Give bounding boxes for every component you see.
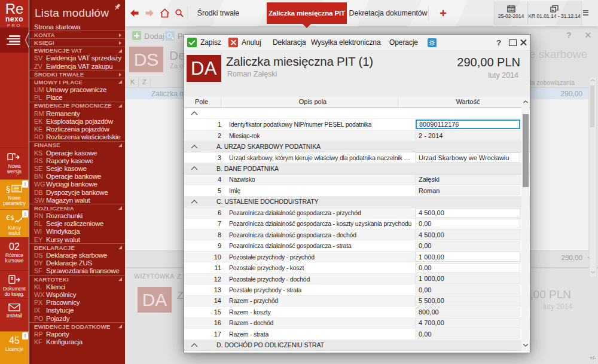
- sidebar-item-wg[interactable]: WGWyciągi bankowe: [29, 181, 125, 188]
- sidebar-item-se[interactable]: SESesje kasowe: [29, 164, 125, 172]
- field-value-cell[interactable]: 1 000,00: [416, 252, 520, 261]
- field-value-cell[interactable]: Urząd Skarbowy we Wrocławiu: [416, 152, 520, 162]
- sidebar-item-kf[interactable]: KFKonfiguracja: [29, 338, 125, 346]
- field-value-cell[interactable]: 0,00: [416, 285, 520, 295]
- sidebar-item-po[interactable]: POPojazdy: [29, 314, 125, 322]
- scrollbar-thumb[interactable]: [523, 114, 529, 187]
- field-value-cell[interactable]: 0,00: [416, 219, 520, 228]
- sidebar-section-ewidencje-pomocnicze[interactable]: EWIDENCJE POMOCNICZE: [29, 102, 125, 109]
- sidebar-section-deklaracje[interactable]: DEKLARACJE: [29, 243, 125, 251]
- sidebar-item-strona-startowa[interactable]: Strona startowa: [29, 23, 125, 30]
- dialog-help-button[interactable]: ?: [495, 35, 503, 50]
- column-wartosc[interactable]: Wartość: [416, 98, 520, 105]
- tab-zaliczka-miesieczna-pit[interactable]: Zaliczka miesięczna PIT: [267, 2, 347, 24]
- menu-operacje[interactable]: Operacje: [389, 35, 418, 50]
- sidebar-item-ds[interactable]: DSDeklaracje skarbowe: [29, 251, 125, 259]
- sidebar-section-ewidencje-vat[interactable]: EWIDENCJE VAT: [29, 47, 125, 54]
- sidebar-item-px[interactable]: PXPracownicy: [29, 299, 125, 307]
- add-button-label[interactable]: Dodaj: [144, 32, 164, 41]
- table-expander-row[interactable]: [184, 108, 530, 119]
- new-tab-button[interactable]: +: [437, 0, 449, 26]
- sidebar-item-kl[interactable]: KLKlienci: [29, 283, 125, 290]
- topbar-overflow-button[interactable]: [583, 10, 588, 16]
- field-value-cell[interactable]: 4 500,00: [416, 208, 520, 218]
- sidebar-item-rs[interactable]: RSRaporty kasowe: [29, 157, 125, 164]
- sidebar-item-ro[interactable]: RORozliczenia właścicielskie: [29, 133, 125, 141]
- view-help-button[interactable]: ?: [566, 30, 572, 40]
- sidebar-item-ek[interactable]: EKEksploatacja pojazdów: [29, 117, 125, 125]
- sidebar-section-konta[interactable]: KONTA: [29, 30, 125, 38]
- scroll-down-icon[interactable]: [523, 344, 528, 347]
- table-section-row[interactable]: D. DOCHÓD PO ODLICZENIU STRAT: [184, 340, 530, 351]
- field-value-cell[interactable]: 1 000,00: [416, 274, 520, 283]
- sidebar-item-rp[interactable]: RPRaporty: [29, 330, 125, 338]
- sidebar-item-rl[interactable]: RLSesje rozliczeniowe: [29, 220, 125, 228]
- preview-tab-wizytowka[interactable]: WIZYTÓWKA: [134, 273, 174, 280]
- sidebar-item-rm[interactable]: RMRemanenty: [29, 109, 125, 117]
- sidebar-item-wi[interactable]: WIWindykacja: [29, 228, 125, 235]
- view-scrollbar[interactable]: [589, 77, 597, 277]
- save-check-icon[interactable]: [187, 38, 197, 47]
- nav-forward-button[interactable]: [142, 0, 157, 26]
- field-value-cell[interactable]: Załęski: [416, 175, 520, 184]
- save-button[interactable]: Zapisz: [200, 35, 221, 50]
- dialog-close-button[interactable]: [518, 35, 528, 50]
- tab-srodki-trwale[interactable]: Środki trwałe: [184, 0, 253, 26]
- sidebar-item-ix[interactable]: IXInstytucje: [29, 307, 125, 314]
- cancel-button[interactable]: Anuluj: [242, 35, 261, 50]
- sidebar-section-ewidencje-dodatkowe[interactable]: EWIDENCJE DODATKOWE: [29, 322, 125, 330]
- scroll-up-icon[interactable]: [523, 100, 528, 103]
- sidebar-item-ks[interactable]: KSOperacje kasowe: [29, 149, 125, 157]
- settings-gear-icon[interactable]: [428, 38, 437, 47]
- field-value-cell[interactable]: Roman: [416, 186, 520, 195]
- table-section-row[interactable]: A. URZĄD SKARBOWY PODATNIKA: [184, 141, 530, 152]
- sidebar-section-środki-trwałe[interactable]: ŚRODKI TRWAŁE: [29, 70, 125, 78]
- sidebar-item-rn[interactable]: RNRozrachunki: [29, 212, 125, 220]
- sidebar-item-db[interactable]: DBDyspozycje bankowe: [29, 188, 125, 196]
- sidebar-item-sf[interactable]: SFSprawozdania finansowe: [29, 267, 125, 275]
- field-value-cell[interactable]: 4 700,00: [416, 318, 520, 328]
- filter-tab-z[interactable]: Z: [142, 78, 147, 85]
- menu-deklaracja[interactable]: Deklaracja: [273, 35, 306, 50]
- scrollbar-thumb[interactable]: [590, 85, 594, 127]
- field-value-cell[interactable]: 800,00: [416, 307, 520, 317]
- sidebar-item-sv[interactable]: SVEwidencja VAT sprzedaży: [29, 54, 125, 62]
- sidebar-item-um[interactable]: UMUmowy pracownicze: [29, 86, 125, 94]
- sidebar-item-ke[interactable]: KERozliczenia pojazdów: [29, 125, 125, 133]
- column-pole[interactable]: Pole: [189, 98, 214, 105]
- sidebar-item-sw[interactable]: SWMagazyn walut: [29, 196, 125, 204]
- sidebar-item-bn[interactable]: BNOperacje bankowe: [29, 173, 125, 181]
- sidebar-section-finanse[interactable]: FINANSE: [29, 141, 125, 149]
- view-close-button[interactable]: ✕: [584, 30, 592, 41]
- menu-wysylka-elektroniczna[interactable]: Wysyłka elektroniczna: [311, 35, 381, 50]
- dialog-scrollbar[interactable]: [521, 97, 529, 351]
- scroll-up-icon[interactable]: [590, 79, 596, 82]
- sidebar-section-kartoteki[interactable]: KARTOTEKI: [29, 275, 125, 283]
- sidebar-item-ey[interactable]: EYKursy walut: [29, 235, 125, 243]
- table-section-row[interactable]: C. USTALENIE DOCHODU/STRATY: [184, 197, 530, 207]
- sidebar-section-księgi[interactable]: KSIĘGI: [29, 38, 125, 46]
- field-value-cell-focused[interactable]: 80090112176: [416, 120, 520, 129]
- sidebar-item-zv[interactable]: ZVEwidencja VAT zakupu: [29, 62, 125, 70]
- sidebar-item-wx[interactable]: WXWspólnicy: [29, 290, 125, 298]
- filter-tab-k[interactable]: K: [130, 78, 135, 85]
- nav-home-button[interactable]: [157, 0, 172, 26]
- cancel-x-icon[interactable]: [228, 38, 238, 47]
- sidebar-section-umowy-i-płace[interactable]: UMOWY I PŁACE: [29, 78, 125, 85]
- field-value-cell[interactable]: 4 500,00: [416, 230, 520, 239]
- field-value-cell[interactable]: 0,00: [416, 329, 520, 339]
- date-widget[interactable]: 25-02-2014: [494, 1, 528, 25]
- preview-tab-2[interactable]: Z: [177, 273, 181, 280]
- sidebar-item-dy[interactable]: DYDeklaracje ZUS: [29, 259, 125, 267]
- tab-dekretacja-dokumentow[interactable]: Dekretacja dokumentów: [349, 0, 428, 26]
- field-value-cell[interactable]: 0,00: [416, 241, 520, 250]
- pin-icon[interactable]: [113, 3, 121, 11]
- sidebar-section-rozliczenia[interactable]: ROZLICZENIA: [29, 204, 125, 212]
- field-value-cell[interactable]: 0,00: [416, 263, 520, 273]
- field-value-cell[interactable]: 5 500,00: [416, 296, 520, 305]
- dialog-maximize-button[interactable]: [508, 35, 517, 50]
- search-icon[interactable]: [165, 31, 175, 41]
- nav-back-button[interactable]: [127, 0, 142, 26]
- period-widget[interactable]: KR 01.01.14 - 31.12.14: [527, 1, 582, 25]
- column-opis-pola[interactable]: Opis pola: [223, 98, 402, 105]
